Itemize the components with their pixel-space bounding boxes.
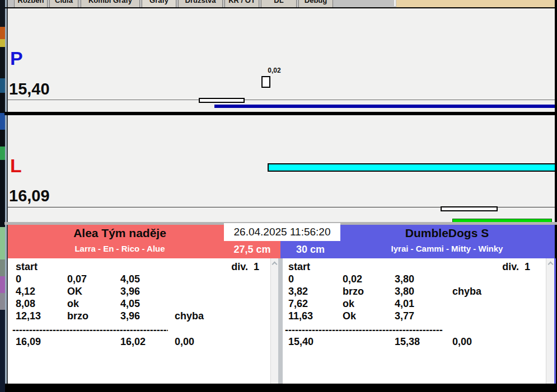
lane-divider xyxy=(4,112,557,115)
table-header-row: start div. 1 xyxy=(283,261,546,273)
cell-time: 4,12 xyxy=(16,286,35,297)
cell-time: 8,08 xyxy=(16,298,35,310)
lane-p-baseline xyxy=(8,100,555,100)
team-left-dogs: Larra - En - Rico - Alue xyxy=(8,244,232,253)
run-table-left: start div. 1 0 0,07 4,05 4,12 OK 3,96 8,… xyxy=(8,258,270,384)
tab-grafy[interactable]: Grafy xyxy=(142,0,176,7)
cell-note: chyba xyxy=(452,286,481,297)
chart-area: P 15,40 0,02 L 16,09 xyxy=(8,8,555,222)
tabbar-right-fill xyxy=(396,0,555,7)
tab-debug[interactable]: Debug xyxy=(298,0,333,7)
tabbar-divider xyxy=(394,0,396,6)
start-label: start xyxy=(288,261,310,273)
scrollbar-left[interactable] xyxy=(270,258,278,384)
total-penalty: 0,00 xyxy=(175,336,194,348)
total-time: 15,40 xyxy=(288,336,313,348)
cell-status: OK xyxy=(67,286,82,297)
tab-dl[interactable]: DL xyxy=(261,0,297,7)
lane-p-marker-box xyxy=(261,76,270,88)
tab-kombi-grafy[interactable]: Kombi Grafy xyxy=(81,0,140,7)
cell-time: 11,63 xyxy=(288,310,313,322)
jump-height-right: 30 cm xyxy=(280,241,340,258)
cell-note: chyba xyxy=(175,310,204,322)
total-clean: 16,02 xyxy=(120,336,146,348)
lane-p-progress-bar xyxy=(214,105,555,108)
tab-bar: Rozběh Čidla Kombi Grafy Grafy Družstva … xyxy=(8,0,555,7)
team-left-name: Alea Tým naděje xyxy=(8,226,232,240)
cell-time: 7,62 xyxy=(288,298,308,310)
table-row: 3,82 brzo 3,80 chyba xyxy=(283,286,546,298)
table-row: 12,13 brzo 3,96 chyba xyxy=(8,310,270,323)
table-row: 0 0,02 3,80 xyxy=(283,273,546,286)
table-total-row: 16,09 16,02 0,00 xyxy=(8,336,270,348)
cell-time: 3,82 xyxy=(288,286,308,297)
total-time: 16,09 xyxy=(16,336,41,348)
lane-l-progress-bar xyxy=(268,163,556,172)
team-right-name: DumbleDogs S xyxy=(339,226,555,240)
division-label: div. 1 xyxy=(502,261,530,273)
table-row: 11,63 Ok 3,77 xyxy=(283,310,546,323)
scroll-up-icon[interactable] xyxy=(272,262,278,267)
cell-split: 3,77 xyxy=(395,310,414,322)
total-clean: 15,38 xyxy=(395,336,420,348)
lane-l-label: L xyxy=(10,155,22,177)
desktop-edge xyxy=(0,0,5,392)
lane-l-total-time: 16,09 xyxy=(9,187,50,205)
table-separator: ----------------------------------------… xyxy=(8,324,168,336)
cell-status: 0,02 xyxy=(343,273,362,285)
cell-status: ok xyxy=(67,298,79,310)
table-row: 7,62 ok 4,01 xyxy=(283,298,546,310)
cell-time: 12,13 xyxy=(16,310,41,322)
lane-p-label: P xyxy=(10,48,23,69)
lane-p-marker-label: 0,02 xyxy=(258,67,291,74)
cell-time: 0 xyxy=(288,273,294,285)
jump-height-left: 27,5 cm xyxy=(224,241,280,258)
tab-cidla[interactable]: Čidla xyxy=(49,0,78,7)
datetime-display: 26.04.2025 11:56:20 xyxy=(224,223,340,241)
tab-kr-ot[interactable]: KR / OT xyxy=(224,0,259,7)
cell-status: ok xyxy=(343,298,354,310)
cell-split: 4,01 xyxy=(395,298,414,310)
cell-split: 3,80 xyxy=(395,286,414,297)
panel-divider xyxy=(278,258,283,384)
run-table-right: start div. 1 0 0,02 3,80 3,82 brzo 3,80 … xyxy=(283,258,546,384)
cell-split: 3,96 xyxy=(120,286,140,297)
table-row: 8,08 ok 4,05 xyxy=(8,298,270,310)
cell-split: 4,05 xyxy=(120,298,140,310)
tab-druzstva[interactable]: Družstva xyxy=(178,0,223,7)
team-right-dogs: Iyrai - Cammi - Mitty - Winky xyxy=(339,244,555,253)
table-row: 0 0,07 4,05 xyxy=(8,273,270,286)
cell-split: 4,05 xyxy=(120,273,140,285)
table-row: 4,12 OK 3,96 xyxy=(8,286,270,298)
start-label: start xyxy=(16,261,38,273)
tab-rozbeh[interactable]: Rozběh xyxy=(14,0,48,7)
table-separator: ----------------------------------------… xyxy=(283,324,443,336)
cell-status: brzo xyxy=(67,310,88,322)
lane-l-sensor-box xyxy=(441,206,498,211)
cell-split: 3,80 xyxy=(395,273,414,285)
lane-p-sensor-box xyxy=(199,98,245,103)
cell-time: 0 xyxy=(16,273,21,285)
scroll-up-icon[interactable] xyxy=(547,262,553,267)
cell-split: 3,96 xyxy=(120,310,140,322)
table-header-row: start div. 1 xyxy=(8,261,270,273)
scrollbar-right[interactable] xyxy=(546,258,554,384)
panel-right-edge xyxy=(554,258,556,384)
total-penalty: 0,00 xyxy=(452,336,472,348)
lane-p-total-time: 15,40 xyxy=(9,80,50,98)
division-label: div. 1 xyxy=(231,261,259,273)
table-total-row: 15,40 15,38 0,00 xyxy=(283,336,546,348)
cell-status: brzo xyxy=(343,286,364,297)
cell-status: Ok xyxy=(343,310,356,322)
cell-status: 0,07 xyxy=(67,273,87,285)
